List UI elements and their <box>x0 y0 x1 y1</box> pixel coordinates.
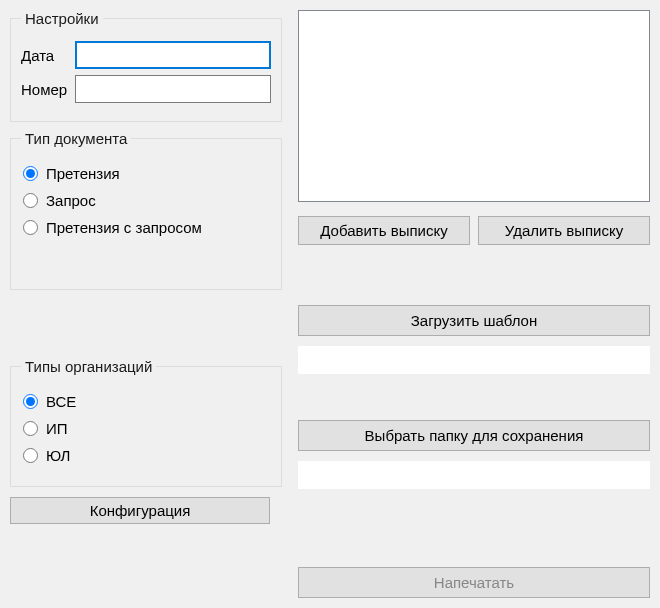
config-button[interactable]: Конфигурация <box>10 497 270 524</box>
settings-legend: Настройки <box>21 10 103 27</box>
radio-org-ul[interactable]: ЮЛ <box>21 447 271 464</box>
radio-org-all[interactable]: ВСЕ <box>21 393 271 410</box>
radio-org-ip-input[interactable] <box>23 421 38 436</box>
print-button[interactable]: Напечатать <box>298 567 650 598</box>
radio-org-ip[interactable]: ИП <box>21 420 271 437</box>
radio-request-input[interactable] <box>23 193 38 208</box>
load-template-button[interactable]: Загрузить шаблон <box>298 305 650 336</box>
delete-statement-button[interactable]: Удалить выписку <box>478 216 650 245</box>
radio-org-ul-label: ЮЛ <box>46 447 70 464</box>
date-label: Дата <box>21 47 75 64</box>
radio-org-all-label: ВСЕ <box>46 393 76 410</box>
radio-org-ip-label: ИП <box>46 420 68 437</box>
doc-type-group: Тип документа Претензия Запрос Претензия… <box>10 130 282 290</box>
radio-claim-request-label: Претензия с запросом <box>46 219 202 236</box>
radio-org-all-input[interactable] <box>23 394 38 409</box>
number-input[interactable] <box>75 75 271 103</box>
radio-org-ul-input[interactable] <box>23 448 38 463</box>
folder-path-display <box>298 461 650 489</box>
org-type-legend: Типы организаций <box>21 358 156 375</box>
choose-folder-button[interactable]: Выбрать папку для сохранения <box>298 420 650 451</box>
radio-claim-request[interactable]: Претензия с запросом <box>21 219 271 236</box>
doc-type-legend: Тип документа <box>21 130 131 147</box>
radio-claim-request-input[interactable] <box>23 220 38 235</box>
template-path-display <box>298 346 650 374</box>
radio-request[interactable]: Запрос <box>21 192 271 209</box>
number-label: Номер <box>21 81 75 98</box>
add-statement-button[interactable]: Добавить выписку <box>298 216 470 245</box>
radio-claim[interactable]: Претензия <box>21 165 271 182</box>
radio-claim-label: Претензия <box>46 165 120 182</box>
radio-claim-input[interactable] <box>23 166 38 181</box>
radio-request-label: Запрос <box>46 192 96 209</box>
statements-listbox[interactable] <box>298 10 650 202</box>
settings-group: Настройки Дата Номер <box>10 10 282 122</box>
org-type-group: Типы организаций ВСЕ ИП ЮЛ <box>10 358 282 487</box>
date-input[interactable] <box>75 41 271 69</box>
